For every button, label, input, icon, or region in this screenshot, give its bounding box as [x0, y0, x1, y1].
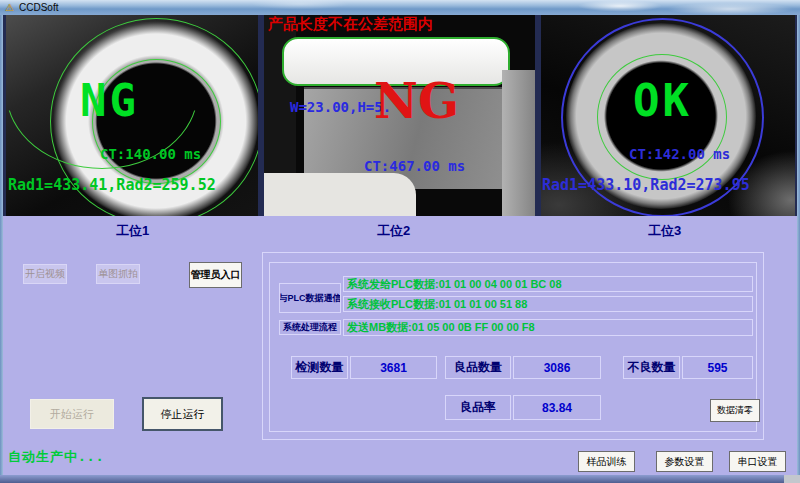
camera-strip: NG CT:140.00 ms Rad1=433.41,Rad2=259.52 …: [3, 15, 797, 216]
parameter-settings-button[interactable]: 参数设置: [656, 451, 713, 472]
tolerance-alert-text: 产品长度不在公差范围内: [268, 15, 433, 34]
app-window: ⚠ CCDSoft NG CT:140.00 ms Rad1=433.41,Ra…: [0, 0, 800, 483]
camera1-cycle-time: CT:140.00 ms: [100, 146, 201, 162]
good-count-label: 良品数量: [445, 356, 511, 379]
process-flow-field: 发送MB数据:01 05 00 0B FF 00 00 F8: [343, 319, 753, 336]
camera3-radius-readout: Rad1=433.10,Rad2=273.95: [542, 176, 750, 194]
station3-label: 工位3: [648, 222, 681, 240]
window-border-left: [0, 15, 3, 475]
window-border-bottom: [0, 475, 800, 483]
start-run-button[interactable]: 开始运行: [30, 399, 114, 429]
yield-rate-value: 83.84: [513, 395, 601, 420]
camera2-cycle-time: CT:467.00 ms: [364, 158, 465, 174]
app-icon: ⚠: [5, 1, 14, 14]
good-count-value: 3086: [513, 356, 601, 379]
bad-count-label: 不良数量: [623, 356, 680, 379]
detect-count-label: 检测数量: [291, 356, 348, 379]
admin-entry-button[interactable]: 管理员入口: [189, 262, 242, 288]
sample-training-button[interactable]: 样品训练: [578, 451, 635, 472]
window-title: CCDSoft: [19, 1, 58, 14]
camera3-cycle-time: CT:142.00 ms: [629, 146, 730, 162]
detect-count-value: 3681: [350, 356, 437, 379]
resize-grip[interactable]: [784, 475, 800, 483]
serial-settings-button[interactable]: 串口设置: [729, 451, 786, 472]
camera1-radius-readout: Rad1=433.41,Rad2=259.52: [8, 176, 216, 194]
plc-comm-label: 与PLC数据通信: [279, 283, 341, 313]
data-clear-button[interactable]: 数据清零: [710, 399, 760, 422]
station2-label: 工位2: [377, 222, 410, 240]
single-capture-button[interactable]: 单图抓拍: [96, 264, 140, 284]
camera2-result-label: NG: [374, 73, 459, 129]
camera-view-1: NG CT:140.00 ms Rad1=433.41,Rad2=259.52: [6, 15, 258, 216]
plc-send-field: 系统发给PLC数据:01 01 00 04 00 01 BC 08: [343, 276, 753, 292]
bad-count-value: 595: [682, 356, 753, 379]
plc-receive-field: 系统接收PLC数据:01 01 01 00 51 88: [343, 296, 753, 312]
open-video-button[interactable]: 开启视频: [23, 264, 67, 284]
metal-edge-graphic: [502, 70, 535, 216]
yield-rate-label: 良品率: [445, 395, 511, 420]
camera-view-3: OK CT:142.00 ms Rad1=433.10,Rad2=273.95: [541, 15, 795, 216]
station1-label: 工位1: [116, 222, 149, 240]
stop-run-button[interactable]: 停止运行: [142, 397, 223, 431]
camera-view-2: W=23.00,H=5. NG CT:467.00 ms: [264, 15, 535, 216]
camera2-background-shape: [264, 173, 416, 216]
auto-production-status: 自动生产中...: [8, 448, 104, 466]
camera1-result-label: NG: [80, 75, 139, 126]
process-flow-label: 系统处理流程: [279, 320, 341, 335]
title-bar[interactable]: ⚠ CCDSoft: [0, 0, 800, 15]
camera3-result-label: OK: [633, 75, 692, 126]
